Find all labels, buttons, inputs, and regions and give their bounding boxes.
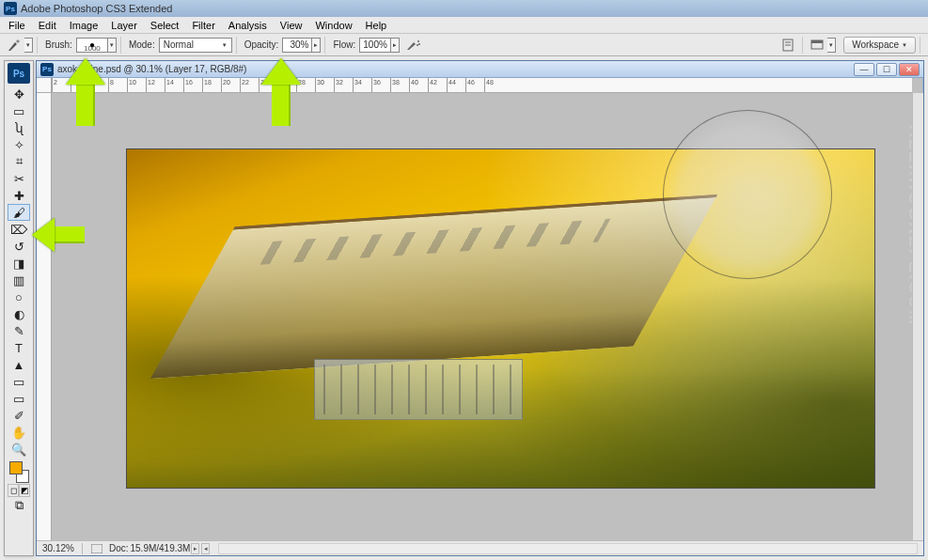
lasso-tool[interactable]: ʯ	[8, 119, 30, 136]
brush-dropdown[interactable]: ▾	[108, 38, 117, 53]
menu-file[interactable]: File	[2, 20, 32, 31]
move-tool[interactable]: ✥	[8, 86, 30, 102]
healing-tool[interactable]: ✚	[8, 187, 30, 204]
standard-mode-icon[interactable]: ◻	[8, 484, 19, 497]
menu-layer[interactable]: Layer	[104, 20, 144, 31]
document-inner: 2468101214161820222426283032343638404244…	[37, 78, 923, 540]
separator	[37, 37, 38, 54]
mode-value: Normal	[164, 39, 194, 50]
canvas-content	[127, 149, 874, 488]
shape-tool[interactable]: ▭	[8, 373, 30, 390]
workspace-button[interactable]: Workspace ▼	[843, 37, 916, 54]
opacity-input[interactable]: 30%	[282, 38, 312, 53]
marquee-tool[interactable]: ▭	[8, 102, 30, 119]
menu-window[interactable]: Window	[308, 20, 358, 31]
history-brush-tool[interactable]: ↺	[8, 238, 30, 255]
flow-dropdown[interactable]: ▸	[391, 38, 400, 53]
gradient-tool[interactable]: ▥	[8, 272, 30, 288]
eyedropper-tool[interactable]: ✐	[8, 407, 30, 424]
menu-filter[interactable]: Filter	[185, 20, 221, 31]
status-bar: 30.12% Doc: 15.9M/419.3M ▸ ◂	[37, 540, 923, 555]
current-tool-icon[interactable]	[4, 37, 24, 54]
document-title: axok....rine.psd @ 30.1% (Layer 17, RGB/…	[57, 64, 246, 74]
type-tool[interactable]: T	[8, 339, 30, 356]
menu-edit[interactable]: Edit	[32, 20, 63, 31]
brush-tool[interactable]: 🖌	[8, 204, 30, 221]
slice-tool[interactable]: ✂	[8, 170, 30, 187]
ruler-vertical[interactable]	[37, 93, 52, 540]
ruler-origin[interactable]	[37, 78, 52, 93]
brush-size: 1000	[77, 44, 107, 53]
quick-mask-toggle[interactable]: ◻ ◩	[8, 484, 30, 497]
close-button[interactable]: ✕	[899, 63, 920, 76]
minimize-button[interactable]: —	[854, 63, 874, 76]
dodge-tool[interactable]: ◐	[8, 305, 30, 322]
opacity-dropdown[interactable]: ▸	[312, 38, 321, 53]
tool-preset-dropdown[interactable]: ▾	[24, 38, 33, 53]
menu-bar: File Edit Image Layer Select Filter Anal…	[0, 17, 928, 34]
chevron-down-icon: ▼	[222, 42, 228, 48]
separator	[324, 37, 325, 54]
opacity-label: Opacity:	[244, 39, 279, 50]
svg-rect-7	[811, 40, 823, 43]
menu-select[interactable]: Select	[144, 20, 186, 31]
brush-preview[interactable]: ● 1000	[76, 38, 108, 53]
menu-image[interactable]: Image	[63, 20, 105, 31]
magic-wand-tool[interactable]: ✧	[8, 136, 30, 153]
svg-point-2	[417, 44, 418, 46]
chevron-down-icon: ▼	[902, 42, 907, 48]
tool-palette: Ps ✥▭ʯ✧⌗✂✚🖌⌦↺◨▥○◐✎T▲▭▭✐✋🔍 ◻ ◩ ⧉	[4, 60, 34, 556]
ruler-horizontal[interactable]: 2468101214161820222426283032343638404244…	[52, 78, 912, 93]
svg-point-1	[418, 43, 420, 45]
color-swatch[interactable]	[8, 459, 30, 484]
separator	[120, 37, 121, 54]
separator	[920, 37, 920, 54]
mode-select[interactable]: Normal ▼	[159, 38, 232, 53]
options-bar: ▾ Brush: ● 1000 ▾ Mode: Normal ▼ Opacity…	[0, 34, 928, 56]
canvas-balcony	[314, 359, 524, 420]
foreground-color[interactable]	[9, 461, 23, 474]
scrollbar-horizontal[interactable]	[218, 543, 918, 554]
separator	[802, 37, 803, 54]
flow-value: 100%	[363, 39, 387, 50]
screen-mode-icon[interactable]	[807, 37, 827, 54]
menu-view[interactable]: View	[274, 20, 309, 31]
quick-mask-icon[interactable]: ◩	[19, 484, 30, 497]
document-title-bar[interactable]: Ps axok....rine.psd @ 30.1% (Layer 17, R…	[37, 61, 923, 78]
doc-info-label: Doc:	[109, 543, 129, 553]
screen-mode-switch[interactable]: ⧉	[8, 497, 30, 514]
hand-tool[interactable]: ✋	[8, 424, 30, 441]
blur-tool[interactable]: ○	[8, 288, 30, 305]
path-select-tool[interactable]: ▲	[8, 356, 30, 373]
stamp-tool[interactable]: ⌦	[8, 221, 30, 238]
canvas-area[interactable]: ALEXHOGREFE.COM	[52, 93, 912, 540]
doc-info-icon[interactable]	[778, 37, 798, 54]
separator	[82, 543, 83, 554]
eraser-tool[interactable]: ◨	[8, 255, 30, 272]
doc-info-icon[interactable]	[90, 543, 103, 554]
airbrush-icon[interactable]	[403, 37, 424, 54]
workspace: Ps ✥▭ʯ✧⌗✂✚🖌⌦↺◨▥○◐✎T▲▭▭✐✋🔍 ◻ ◩ ⧉ Ps axok.…	[0, 56, 928, 560]
doc-info: 15.9M/419.3M	[130, 543, 190, 553]
opacity-value: 30%	[290, 39, 308, 50]
screen-mode-dropdown[interactable]: ▾	[827, 38, 836, 53]
flow-input[interactable]: 100%	[359, 38, 391, 53]
doc-icon: Ps	[40, 63, 54, 76]
document-window: Ps axok....rine.psd @ 30.1% (Layer 17, R…	[36, 60, 924, 556]
flow-label: Flow:	[333, 39, 355, 50]
zoom-level[interactable]: 30.12%	[42, 543, 74, 553]
app-logo-icon: Ps	[4, 2, 17, 15]
zoom-tool[interactable]: 🔍	[8, 441, 30, 458]
scrollbar-vertical[interactable]	[912, 93, 923, 540]
scroll-left[interactable]: ◂	[201, 543, 210, 554]
pen-tool[interactable]: ✎	[8, 322, 30, 339]
svg-rect-8	[91, 544, 102, 553]
info-dropdown[interactable]: ▸	[191, 543, 199, 554]
menu-analysis[interactable]: Analysis	[222, 20, 274, 31]
menu-help[interactable]: Help	[359, 20, 394, 31]
maximize-button[interactable]: ☐	[876, 63, 897, 76]
brush-label: Brush:	[45, 39, 72, 50]
notes-tool[interactable]: ▭	[8, 390, 30, 407]
watermark: ALEXHOGREFE.COM	[904, 125, 913, 326]
crop-tool[interactable]: ⌗	[8, 153, 30, 170]
